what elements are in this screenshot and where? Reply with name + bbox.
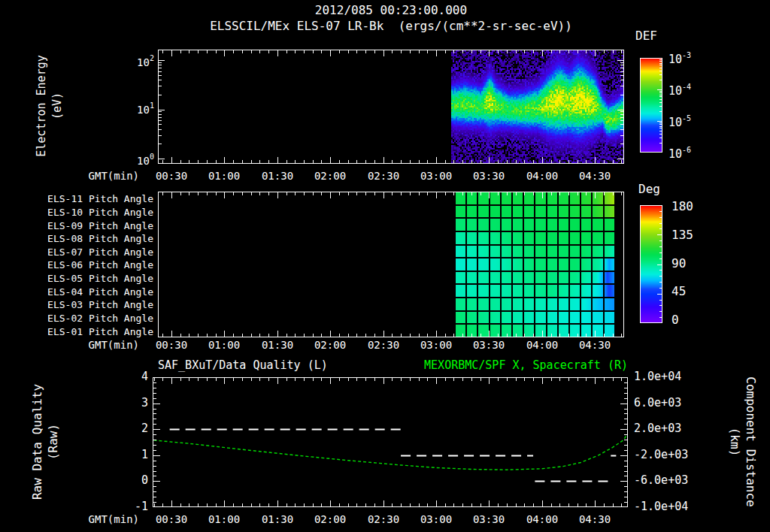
panel3-right-title: MEXORBMC/SPF X, Spacecraft (R) — [424, 359, 628, 371]
panel3-left-tick-label: 0 — [105, 474, 148, 486]
panel3-right-tick-label: -6.0e+03 — [634, 474, 709, 486]
x-tick-label: 01:30 — [252, 339, 303, 351]
x-tick-label: 02:30 — [358, 170, 409, 182]
panel1-y-tick-label-exp: 2 — [150, 54, 154, 62]
pitch-row-label: ELS-01 Pitch Angle — [0, 326, 153, 338]
gmt-axis-label: GMT(min) — [69, 339, 139, 351]
x-tick-label: 01:30 — [252, 513, 303, 525]
panel1-y-tick-label-base: 10 — [137, 155, 150, 167]
x-tick-label: 00:30 — [146, 339, 197, 351]
pitch-row-label: ELS-04 Pitch Angle — [0, 286, 153, 298]
deg-colorbar-tick-label: 45 — [671, 286, 709, 298]
x-tick-label: 04:30 — [569, 339, 620, 351]
def-colorbar — [640, 58, 662, 153]
x-tick-label: 01:00 — [199, 513, 250, 525]
x-tick-label: 03:30 — [463, 339, 514, 351]
def-colorbar-title: DEF — [635, 30, 657, 42]
def-colorbar-tick-label-exp: -5 — [682, 114, 691, 122]
pitch-row-label: ELS-07 Pitch Angle — [0, 246, 153, 258]
panel3-right-tick-label: -2.0e+03 — [634, 449, 709, 461]
plot-page: 2012/085 00:23:00.000 ELSSCIL/MEx ELS-07… — [0, 0, 770, 532]
x-tick-label: 03:00 — [411, 170, 462, 182]
panel3-left-tick-label: 4 — [105, 370, 148, 382]
x-tick-label: 00:30 — [146, 513, 197, 525]
deg-colorbar — [640, 205, 662, 323]
x-tick-label: 03:00 — [411, 339, 462, 351]
x-tick-label: 01:30 — [252, 170, 303, 182]
panel1-y-tick-label-base: 10 — [137, 56, 150, 68]
panel3-left-y-axis-label-line1: Raw Data Quality — [29, 384, 45, 500]
panel3-right-tick-label: 2.0e+03 — [634, 422, 709, 434]
x-tick-label: 02:00 — [305, 513, 356, 525]
panel3-left-tick-label: 2 — [105, 422, 148, 434]
panel1-y-tick-label: 101 — [86, 101, 154, 116]
panel3-left-y-axis-label-line2: (Raw) — [45, 384, 61, 500]
x-tick-label: 02:30 — [358, 513, 409, 525]
def-colorbar-tick-label-exp: -3 — [682, 51, 691, 59]
def-colorbar-tick-label: 10-5 — [668, 113, 721, 128]
x-tick-label: 04:00 — [517, 513, 568, 525]
def-colorbar-tick-label-base: 10 — [668, 84, 682, 98]
page-title-dataset: ELSSCIL/MEx ELS-07 LR-Bk (ergs/(cm**2-sr… — [120, 20, 662, 32]
panel3-right-y-axis-label: Component Distance (km) — [727, 376, 759, 506]
quality-spacecraft-line-plot — [153, 377, 628, 507]
x-tick-label: 04:00 — [517, 339, 568, 351]
panel1-y-tick-label-exp: 1 — [150, 101, 154, 110]
panel1-y-tick-label: 100 — [86, 152, 154, 167]
deg-colorbar-tick-label: 0 — [671, 314, 709, 326]
deg-colorbar-title: Deg — [638, 183, 660, 195]
x-tick-label: 02:00 — [305, 170, 356, 182]
x-tick-label: 01:00 — [199, 170, 250, 182]
x-tick-label: 00:30 — [146, 170, 197, 182]
def-colorbar-tick-label-base: 10 — [668, 147, 682, 161]
panel1-y-tick-label-base: 10 — [137, 104, 150, 116]
def-colorbar-tick-label-base: 10 — [668, 53, 682, 66]
def-colorbar-tick-label: 10-4 — [668, 82, 721, 97]
def-colorbar-tick-label-base: 10 — [668, 116, 682, 129]
def-colorbar-tick-label: 10-3 — [668, 50, 721, 65]
panel3-right-tick-label: 6.0e+03 — [634, 397, 709, 409]
x-tick-label: 04:30 — [569, 170, 620, 182]
pitch-angle-heatmap — [158, 192, 624, 337]
panel3-left-tick-label: -1 — [105, 500, 148, 512]
pitch-row-label: ELS-05 Pitch Angle — [0, 273, 153, 285]
def-colorbar-tick-label-exp: -6 — [682, 146, 691, 154]
pitch-row-label: ELS-08 Pitch Angle — [0, 233, 153, 245]
panel3-right-tick-label: -1.0e+04 — [634, 500, 709, 512]
x-tick-label: 01:00 — [199, 339, 250, 351]
x-tick-label: 04:00 — [517, 170, 568, 182]
pitch-row-label: ELS-09 Pitch Angle — [0, 220, 153, 232]
panel3-right-y-axis-label-line2: (km) — [727, 376, 743, 506]
x-tick-label: 02:00 — [305, 339, 356, 351]
panel3-left-tick-label: 1 — [105, 449, 148, 461]
panel1-y-axis-label-line1: Electron Energy — [34, 55, 50, 156]
page-title-datetime: 2012/085 00:23:00.000 — [158, 5, 624, 17]
pitch-row-label: ELS-06 Pitch Angle — [0, 259, 153, 271]
deg-colorbar-tick-label: 90 — [671, 258, 709, 270]
panel3-left-tick-label: 3 — [105, 397, 148, 409]
x-tick-label: 03:30 — [463, 513, 514, 525]
x-tick-label: 03:00 — [411, 513, 462, 525]
pitch-row-label: ELS-10 Pitch Angle — [0, 207, 153, 219]
panel3-left-y-axis-label: Raw Data Quality (Raw) — [29, 384, 61, 500]
gmt-axis-label: GMT(min) — [69, 170, 139, 182]
pitch-row-label: ELS-11 Pitch Angle — [0, 193, 153, 205]
x-tick-label: 03:30 — [463, 170, 514, 182]
pitch-row-label: ELS-02 Pitch Angle — [0, 313, 153, 325]
def-colorbar-tick-label-exp: -4 — [682, 83, 691, 91]
gmt-axis-label: GMT(min) — [69, 513, 139, 525]
panel3-left-title: SAF_BXuT/Data Quality (L) — [158, 359, 328, 371]
panel1-y-axis-label-line2: (eV) — [50, 55, 65, 156]
panel3-right-tick-label: 1.0e+04 — [634, 370, 709, 382]
def-colorbar-tick-label: 10-6 — [668, 145, 721, 160]
panel3-right-y-axis-label-line1: Component Distance — [743, 376, 759, 506]
panel1-y-tick-label: 102 — [86, 53, 154, 68]
pitch-row-label: ELS-03 Pitch Angle — [0, 299, 153, 311]
deg-colorbar-tick-label: 135 — [671, 229, 709, 241]
x-tick-label: 02:30 — [358, 339, 409, 351]
deg-colorbar-tick-label: 180 — [671, 201, 709, 213]
x-tick-label: 04:30 — [569, 513, 620, 525]
panel1-y-tick-label-exp: 0 — [150, 153, 154, 161]
electron-energy-spectrogram — [158, 50, 624, 164]
panel1-y-axis-label: Electron Energy (eV) — [34, 55, 65, 156]
